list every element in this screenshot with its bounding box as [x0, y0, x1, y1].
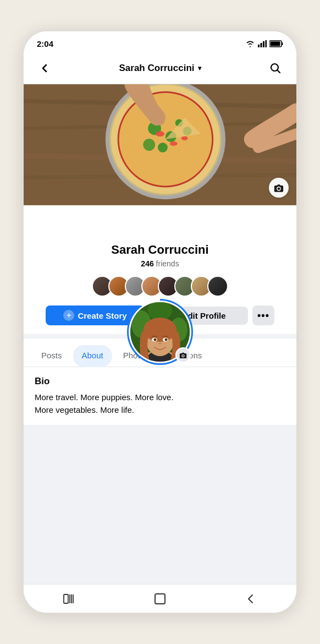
svg-rect-46 — [155, 594, 165, 604]
wifi-icon — [245, 40, 255, 47]
profile-avatar-wrapper — [127, 299, 193, 365]
nav-dropdown-arrow[interactable]: ▾ — [198, 64, 201, 72]
status-icons — [245, 40, 283, 47]
phone: 2:04 — [23, 30, 297, 614]
svg-point-28 — [278, 188, 280, 190]
back-button[interactable] — [35, 58, 54, 78]
back-chevron-icon — [246, 593, 256, 605]
plus-icon: + — [63, 310, 74, 321]
nav-title: Sarah Corruccini ▾ — [119, 63, 201, 74]
svg-point-22 — [143, 139, 155, 151]
camera-icon — [274, 184, 284, 192]
menu-lines-icon — [63, 594, 75, 604]
nav-bar: Sarah Corruccini ▾ — [24, 53, 296, 84]
status-bar: 2:04 — [24, 31, 296, 53]
cover-photo — [24, 84, 296, 205]
nav-title-text: Sarah Corruccini — [119, 63, 195, 74]
bio-text: More travel. More puppies. More love.Mor… — [35, 391, 285, 416]
svg-rect-0 — [258, 45, 260, 47]
svg-rect-5 — [282, 42, 283, 45]
friend-avatar — [207, 276, 228, 297]
friends-count: 246 friends — [141, 259, 179, 268]
battery-icon — [269, 40, 283, 47]
cover-photo-camera-button[interactable] — [269, 178, 289, 198]
svg-rect-1 — [261, 43, 262, 47]
tab-about[interactable]: About — [73, 345, 112, 367]
svg-point-24 — [156, 131, 164, 137]
cover-section: Sarah Corruccini 246 friends — [24, 84, 296, 334]
content-area: Sarah Corruccini 246 friends — [24, 84, 296, 584]
profile-name: Sarah Corruccini — [111, 243, 208, 257]
search-button[interactable] — [266, 58, 285, 78]
svg-rect-6 — [271, 42, 280, 46]
avatar-camera-button[interactable] — [175, 347, 191, 363]
square-icon — [154, 593, 166, 605]
svg-rect-3 — [266, 40, 267, 47]
avatar-camera-icon — [179, 352, 187, 358]
friends-avatars — [92, 276, 228, 297]
svg-point-40 — [165, 339, 168, 341]
bottom-nav-home[interactable] — [114, 585, 205, 613]
svg-rect-42 — [64, 594, 68, 603]
bio-title: Bio — [35, 376, 285, 387]
svg-rect-2 — [263, 41, 264, 47]
svg-point-41 — [182, 354, 184, 357]
create-story-label: Create Story — [78, 311, 126, 320]
svg-point-39 — [154, 339, 157, 341]
svg-point-20 — [158, 143, 168, 152]
cover-photo-image — [24, 84, 296, 205]
svg-point-25 — [170, 141, 178, 146]
signal-icon — [258, 40, 267, 47]
status-time: 2:04 — [37, 39, 53, 48]
svg-point-17 — [119, 93, 212, 186]
phone-frame: 2:04 — [0, 0, 320, 644]
bottom-nav-back[interactable] — [206, 585, 296, 613]
more-button[interactable]: ••• — [252, 305, 274, 325]
bottom-nav-menu[interactable] — [24, 585, 114, 613]
tab-posts[interactable]: Posts — [32, 345, 71, 367]
about-section: Bio More travel. More puppies. More love… — [24, 367, 296, 425]
more-label: ••• — [257, 310, 269, 321]
bottom-nav — [24, 584, 296, 613]
